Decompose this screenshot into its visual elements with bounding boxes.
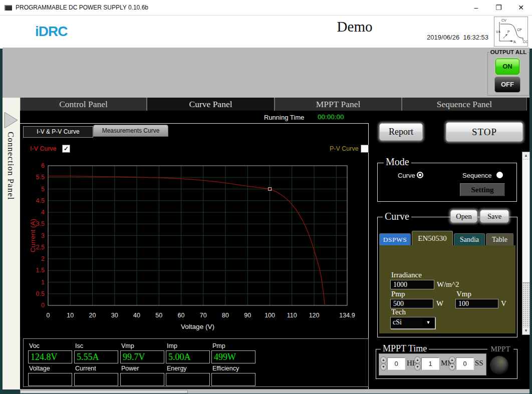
mode-title: Mode — [384, 156, 411, 168]
scrollbar-thumb[interactable] — [522, 160, 529, 283]
ss-input[interactable] — [456, 357, 474, 370]
dropdown-arrow-icon[interactable]: ▼ — [423, 318, 434, 326]
curve-tab-sandia[interactable]: Sandia — [454, 233, 485, 245]
svg-text:5.5: 5.5 — [36, 174, 45, 181]
tech-label: Tech — [391, 308, 406, 316]
spin-up-icon[interactable]: ▲ — [380, 356, 387, 363]
scroll-down-icon[interactable]: ▼ — [522, 327, 529, 334]
vmp-label: Vmp — [121, 342, 134, 349]
icon-v-label: V — [496, 30, 498, 34]
efficiency-value — [211, 373, 255, 386]
current-value — [74, 373, 118, 386]
efficiency-label: Efficiency — [212, 365, 239, 372]
ss-unit-label: SS — [475, 359, 483, 367]
right-scrollbar[interactable]: ▲ ▼ — [522, 152, 530, 335]
scroll-up-icon[interactable]: ▲ — [522, 152, 529, 159]
mode-curve-radio[interactable] — [417, 172, 423, 178]
svg-text:0.5: 0.5 — [36, 290, 45, 297]
setting-button[interactable]: Setting — [460, 183, 505, 196]
svg-text:20: 20 — [89, 312, 96, 319]
iv-curve-chart: 0102030405060708090100110120134.900.511.… — [20, 159, 371, 332]
curve-tab-en50530[interactable]: EN50530 — [412, 231, 453, 245]
tab-control-panel[interactable]: Control Panel — [20, 98, 147, 111]
running-time-label: Running Time — [264, 114, 304, 121]
tab-sequence-panel[interactable]: Sequence Panel — [402, 98, 527, 111]
current-label: Current — [75, 365, 96, 372]
mppt-time-title: MPPT Time — [381, 343, 429, 354]
power-label: Power — [121, 365, 139, 372]
tab-mppt-panel[interactable]: MPPT Panel — [275, 98, 402, 111]
svg-text:Current (A): Current (A) — [29, 219, 37, 252]
voc-value: 124.8V — [28, 350, 72, 363]
open-button[interactable]: Open — [450, 210, 477, 223]
spin-up-icon[interactable]: ▲ — [414, 356, 421, 363]
pv-curve-checkbox[interactable] — [361, 145, 369, 153]
ss-spinner[interactable]: ▲▼ — [449, 356, 455, 371]
datetime: 2019/06/26 16:32:53 — [391, 34, 488, 41]
spin-down-icon[interactable]: ▼ — [449, 363, 455, 370]
save-button[interactable]: Save — [480, 210, 509, 223]
pmp-input[interactable] — [390, 299, 433, 308]
mm-spinner[interactable]: ▲▼ — [414, 356, 421, 371]
vmp-input[interactable] — [455, 299, 498, 308]
svg-text:30: 30 — [111, 312, 118, 319]
app-window: PROGRAMMABLE DC POWER SUPPLY 0.10.6b – ❐… — [0, 0, 532, 394]
mm-input[interactable] — [421, 357, 439, 370]
stop-button[interactable]: STOP — [446, 122, 523, 142]
toolbar: Instruments ∨ Voltage Max 1575 V Current… — [3, 48, 529, 98]
svg-text:110: 110 — [287, 312, 297, 319]
iv-curve-checkbox[interactable]: ✓ — [62, 145, 70, 153]
close-button[interactable]: ✕ — [510, 0, 532, 15]
iv-curve-label: I-V Curve — [30, 145, 57, 152]
app-icon — [5, 5, 12, 11]
subtab-measurements-curve[interactable]: Measurements Curve — [93, 125, 168, 137]
voc-label: Voc — [29, 342, 40, 349]
mppt-knob[interactable] — [489, 355, 509, 375]
svg-text:1.5: 1.5 — [36, 267, 45, 274]
icon-cv-label: CV — [501, 19, 506, 22]
pmp-value: 499W — [211, 350, 255, 363]
pmp-input-label: Pmp — [391, 290, 405, 298]
hh-input[interactable] — [387, 357, 405, 370]
expand-arrow-icon[interactable] — [3, 111, 19, 129]
imp-label: Imp — [167, 342, 177, 349]
bottom-scrollbar-thumb[interactable] — [20, 390, 188, 393]
tab-curve-panel[interactable]: Curve Panel — [147, 98, 275, 111]
output-on-button[interactable]: ON — [495, 59, 519, 75]
svg-text:0: 0 — [47, 312, 50, 319]
svg-text:5: 5 — [41, 186, 45, 193]
svg-text:120: 120 — [309, 312, 320, 319]
svg-text:60: 60 — [178, 312, 185, 319]
mode-sequence-radio[interactable] — [496, 172, 503, 178]
bottom-scrollbar[interactable] — [20, 389, 529, 393]
subtab-iv-pv-curve[interactable]: I-V & P-V Curve — [23, 126, 93, 138]
curve-tab-table[interactable]: Table — [486, 233, 513, 245]
svg-text:4.5: 4.5 — [36, 197, 45, 204]
svg-text:80: 80 — [222, 312, 229, 319]
report-button[interactable]: Report — [379, 123, 423, 141]
spin-up-icon[interactable]: ▲ — [449, 356, 455, 363]
svg-text:50: 50 — [155, 312, 162, 319]
svg-text:6: 6 — [41, 162, 45, 169]
tech-dropdown[interactable]: cSi ▼ — [390, 317, 435, 329]
icon-p-label: P — [507, 30, 510, 34]
isc-value: 5.55A — [74, 350, 118, 363]
curve-tab-dspws[interactable]: DSPWS — [379, 233, 411, 245]
pmp-label: Pmp — [212, 342, 225, 349]
mode-curve-label: Curve — [398, 172, 415, 179]
irradiance-input[interactable] — [390, 280, 434, 289]
vmp-unit: V — [501, 299, 506, 308]
svg-text:Voltage (V): Voltage (V) — [181, 323, 214, 330]
svg-text:2.5: 2.5 — [36, 244, 45, 251]
icon-cp-label: CP — [517, 28, 522, 32]
connection-panel-label[interactable]: Connection Panel — [6, 132, 16, 200]
hh-spinner[interactable]: ▲▼ — [380, 356, 387, 371]
spin-down-icon[interactable]: ▼ — [380, 363, 387, 370]
output-off-button[interactable]: OFF — [494, 77, 520, 93]
spin-down-icon[interactable]: ▼ — [414, 363, 421, 370]
minimize-button[interactable]: – — [465, 0, 487, 15]
maximize-button[interactable]: ❐ — [487, 0, 510, 15]
svg-text:90: 90 — [244, 312, 251, 319]
svg-text:4: 4 — [41, 209, 45, 216]
energy-label: Energy — [167, 365, 187, 372]
